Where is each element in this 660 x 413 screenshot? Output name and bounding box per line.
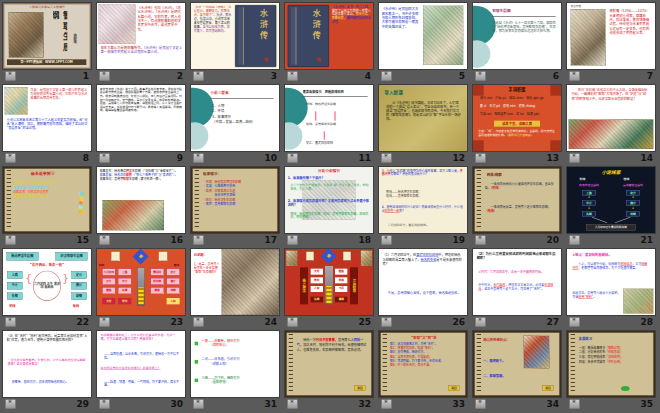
divider-line <box>303 96 368 97</box>
slide-thumbnail-9[interactable]: 本文节选自《水浒》第十六回。故事发生在北宋末年，梁中书为给岳父蔡京庆贺生辰，搜刮… <box>97 85 185 151</box>
shape-box: 松林 <box>335 277 347 283</box>
slide-thumbnail-19[interactable]: 3、小说以“生辰纲”的争夺为中心展开故事，双方斗智斗勇，矛盾冲突有哪些？矛盾的焦… <box>379 167 467 233</box>
slide-cell-14: 面对“生辰纲”这笔巨大的不义之财，各路英雄纷纷行动，一幕精彩的“智取”大戏开场了… <box>567 85 655 164</box>
text-block: 厮 sī 朴刀 pō 恁地 nèn 怨怅 chàng <box>480 104 554 111</box>
slide-transition-icon <box>381 399 392 409</box>
slide-thumbnail-17[interactable]: 故事情节：・开端：杨志受命押送生辰纲 ・发展：七雄贩枣巧扮商 ・高潮：白胜卖酒弄… <box>191 167 279 233</box>
slide-thumbnail-32[interactable]: 杨志一方内部矛盾重重，吴用等七人团结一气，加之天时、地利均不利于杨志，纵使他精明… <box>285 331 373 397</box>
text-block: 这说明吴用的计策天衣无缝吗？表现在哪里？ <box>101 367 182 379</box>
slide-cell-8: 作品：是我国文学史上第一部以农民起义为题材的优秀长篇小说，它的产生与水浒故事的长… <box>3 85 91 164</box>
slide-thumbnail-6[interactable]: 智取生辰纲节选自《水浒》七十一回本第十六回，原回目为“杨志押送金银担，吴用智取生… <box>473 3 561 69</box>
slide-transition-icon <box>99 317 110 327</box>
figure-image-right <box>361 250 372 266</box>
slide-thumbnail-13[interactable]: 字词积累趱行 zǎn 虞候 yú 嗔怪 chēn 尴尬 gān gà厮 sī 朴… <box>473 85 561 151</box>
slide-number: 30 <box>170 399 183 409</box>
slide-thumbnail-31[interactable]: 一稳——扮客商，稳住对方 （消除戒心）二诱——佯争酒，引诱对方 （诱敌上钩）三麻… <box>191 331 279 397</box>
slide-transition-icon <box>381 317 392 327</box>
text-block: 1、故事围绕哪个字展开？ <box>288 176 371 183</box>
slide-transition-icon <box>381 153 392 163</box>
slide-thumbnail-30[interactable]: 生辰纲最后被劫走了，为什么他们还要当面买酒、先饮一桶，再于半瓢酒上做文章呢？用意… <box>97 331 185 397</box>
slide-thumbnail-33[interactable]: “智取”之“智”处智1：选太阳最毒之时，巧用“天时”。 智2：择黄泥冈松林，暗藏… <box>379 331 467 397</box>
slide-cell-11: 理清故事情节 把握双线结构明线：杨志押送生辰纲暗线：吴用智取生辰纲交汇：黄泥冈松… <box>285 85 373 164</box>
slide-transition-icon <box>475 153 486 163</box>
shape-box: 地利 <box>311 277 323 283</box>
text-block: 杨志的性格特点： <box>483 338 524 347</box>
book-title: 水浒传 <box>258 9 270 62</box>
slide-canvas-28: ②地点：黄泥冈的松树林。 人少，可以放手行动；松林既可遮阳歇凉，又可隐蔽埋伏；老… <box>567 249 655 315</box>
text-block: ①时间：六月初四正午，正是一年中最热的时候。 <box>478 270 555 281</box>
slide-thumbnail-21[interactable]: 小说线索明线暗线杨志押送生辰纲吴用智取生辰纲上路↓中计↓失纲定计↓施计↓劫纲六月… <box>567 167 655 233</box>
slide-thumbnail-16[interactable]: 故事发生：杨志奉命押送生辰纲（“花石纲”与“金珠宝贝”）。 故事发展：杨志处处提… <box>97 167 185 233</box>
slide-cell-33: “智取”之“智”处智1：选太阳最毒之时，巧用“天时”。 智2：择黄泥冈松林，暗藏… <box>379 331 467 410</box>
slide-transition-icon <box>475 317 486 327</box>
slide-thumbnail-20[interactable]: 两条线索 一条线索是杨志小心谨慎地押送生辰纲，直至失陷。（明线） 一条线索是晁盖… <box>473 167 561 233</box>
slide-thumbnail-10[interactable]: 小说三要素1、人物 2、环境 3、故事情节 （开端—发展—高潮—结局） <box>191 85 279 151</box>
shape-box <box>195 360 199 364</box>
shape-box: 读准字音，读顺文意 <box>494 121 540 127</box>
shape-box: 上路 <box>118 269 131 276</box>
slide-transition-icon <box>5 235 16 245</box>
slide-thumbnail-11[interactable]: 理清故事情节 把握双线结构明线：杨志押送生辰纲暗线：吴用智取生辰纲交汇：黄泥冈松… <box>285 85 373 151</box>
slide-thumbnail-7[interactable]: 走近作者施耐庵（1296——1370）元末明初小说家，原籍苏州，后迁淮安，曾在钱… <box>567 3 655 69</box>
slide-thumbnail-35[interactable]: 拓展练习一组：概括故事情节「智取过程」 二组：分析杨志形象「性格悲剧」 三组：梳… <box>567 331 655 397</box>
text-block: 两条线索 <box>487 172 531 178</box>
star-shape: 智 <box>133 249 149 265</box>
slide-thumbnail-25[interactable]: 智杨志押送吴用智取天时地利人和酷热松林下药失纲得纲 <box>285 249 373 315</box>
slide-number: 5 <box>459 71 465 81</box>
slide-thumbnail-27[interactable]: （2）为什么吴用要安排这样的时间和地点来劫取生辰纲呢？①时间：六月初四正午，正是… <box>473 249 561 315</box>
text-block: 补充：“纲”，为运送大批货物而编的队；生辰纲，即为庆贺生辰而运送的成批礼物。（请… <box>478 129 555 149</box>
author-portrait-painting <box>571 9 606 66</box>
slide-caption-29: 29 <box>3 397 91 410</box>
slide-thumbnail-28[interactable]: ②地点：黄泥冈的松树林。 人少，可以放手行动；松林既可遮阳歇凉，又可隐蔽埋伏；老… <box>567 249 655 315</box>
slide-thumbnail-24[interactable]: 讨论题：1、晁盖、吴用等人是怎样一步步实施“智取”生辰纲的？ <box>191 249 279 315</box>
slide-transition-icon <box>569 235 580 245</box>
text-block: 一、精明能干。 <box>483 359 522 368</box>
slide-thumbnail-1[interactable]: 人教版九年级语文上册课件智取生辰纲施耐庵第一PPT模板网：WWW.1PPT.CO… <box>3 3 91 69</box>
slide-number: 31 <box>264 399 277 409</box>
slide-canvas-16: 故事发生：杨志奉命押送生辰纲（“花石纲”与“金珠宝贝”）。 故事发展：杨志处处提… <box>97 167 185 233</box>
slide-caption-9: 9 <box>97 151 185 164</box>
landscape-painting <box>623 289 653 314</box>
text-block: 兀自 wù 喏喏连声 nuò 忒 tuī 舀酒 yǎo <box>480 112 554 119</box>
shape-box: 劫纲 <box>626 211 640 216</box>
slide-canvas-31: 一稳——扮客商，稳住对方 （消除戒心）二诱——佯争酒，引诱对方 （诱敌上钩）三麻… <box>191 331 279 397</box>
shape-box: 施计 <box>72 282 87 289</box>
divider-line <box>492 16 555 17</box>
slide-thumbnail-15[interactable]: 基本故事情节故事发生：杨志奉命押送生辰纲 故事发展：七雄贩枣黄泥冈 故事高潮：白… <box>3 167 91 233</box>
shape-box: 下药 <box>335 286 347 292</box>
divider-line <box>210 98 273 99</box>
text-block: 暗线：吴用智取生辰纲 <box>306 123 368 130</box>
text-block: 智1：选太阳最毒之时，巧用“天时”。 智2：择黄泥冈松林，暗藏“地利”。 智3：… <box>390 342 463 383</box>
slide-thumbnail-23[interactable]: 明线暗线智六月初四正午酷热上路中计失纲黄泥冈松树林僻静定计施计劫纲天时地利人和 <box>97 249 185 315</box>
slide-thumbnail-12[interactable]: 导入新课 从《水浒传》成书算起，已近700年了，人们常说的一个成语“逼上梁山”，… <box>379 85 467 151</box>
text-block: 一组：概括故事情节「智取过程」 二组：分析杨志形象「性格悲剧」 三组：梳理明暗线… <box>579 345 650 384</box>
text-block: ——舀酒、饶酒、夺瓢，一气呵成，巧下蒙汗药，滴水不漏。 <box>104 380 181 396</box>
text-block: 为了不使行文平铺直叙，作者在“智”字上下足了功夫，明暗结合，引人入胜。 <box>290 183 369 197</box>
shape-box <box>195 342 199 346</box>
slide-caption-10: 10 <box>191 151 279 164</box>
slide-cell-4: 水浒传《水浒传》全书一百二十回，描写了以宋江为首的一百零八位好汉聚义梁山，替天行… <box>285 3 373 82</box>
slide-thumbnail-34[interactable]: 杨志的性格特点：一、精明能干。二、粗暴蛮横。返回 <box>473 331 561 397</box>
slide-thumbnail-4[interactable]: 水浒传《水浒传》全书一百二十回，描写了以宋江为首的一百零八位好汉聚义梁山，替天行… <box>285 3 373 69</box>
slide-thumbnail-22[interactable]: 杨志押送生辰纲好汉智取生辰纲“花开两朵，各表一枝”六月初四 正午 黄泥冈 松树林… <box>3 249 91 315</box>
slide-caption-8: 8 <box>3 151 91 164</box>
slide-thumbnail-18[interactable]: 分析小说情节1、故事围绕哪个字展开？为了不使行文平铺直叙，作者在“智”字上下足了… <box>285 167 373 233</box>
text-block: 一条线索是晁盖、吴用等人定计智取生辰纲。（暗线） <box>485 205 554 228</box>
text-block: 字词积累 <box>499 87 534 94</box>
slide-thumbnail-14[interactable]: 面对“生辰纲”这笔巨大的不义之财，各路英雄纷纷行动，一幕精彩的“智取”大戏开场了… <box>567 85 655 151</box>
slide-thumbnail-8[interactable]: 作品：是我国文学史上第一部以农民起义为题材的优秀长篇小说，它的产生与水浒故事的长… <box>3 85 91 151</box>
slide-thumbnail-26[interactable]: （1）六月初四正午，在黄泥冈的松树林中，押送的杨志与劫纲的晁盖等人撞上了，杨志的… <box>379 249 467 315</box>
slide-canvas-11: 理清故事情节 把握双线结构明线：杨志押送生辰纲暗线：吴用智取生辰纲交汇：黄泥冈松… <box>285 85 373 151</box>
text-block: （2）为什么吴用要安排这样的时间和地点来劫取生辰纲呢？ <box>477 252 558 268</box>
slide-number: 29 <box>76 399 89 409</box>
slide-thumbnail-5[interactable]: 《水浒传》是我国四大古典名著之一，书中许多情节和人物形象妇孺皆知，大家可能早就盼… <box>379 3 467 69</box>
slide-cell-3: “水浒”一词出自《诗经》“古公亶父，来朝走马，率西水浒，至于岐下”。水浒，即水边… <box>191 3 279 82</box>
slide-canvas-1: 人教版九年级语文上册课件智取生辰纲施耐庵第一PPT模板网：WWW.1PPT.CO… <box>3 3 91 69</box>
slide-canvas-13: 字词积累趱行 zǎn 虞候 yú 嗔怪 chēn 尴尬 gān gà厮 sī 朴… <box>473 85 561 151</box>
text-block: 明线——杨志押送生辰纲； 暗线——吴用智取生辰纲。 <box>386 190 462 203</box>
slide-thumbnail-2[interactable]: 《水浒传》也叫《水浒》、《忠义水浒传》。《水浒传》是明代长篇小说，它的作者，明人… <box>97 3 185 69</box>
slide-canvas-29: （3）在“天时” “地利”起作用后，晁盖等又是如何发挥“人和”优势，通力合作，使… <box>3 331 91 397</box>
slide-number: 14 <box>640 153 653 163</box>
slide-thumbnail-3[interactable]: “水浒”一词出自《诗经》“古公亶父，来朝走马，率西水浒，至于岐下”。水浒，即水边… <box>191 3 279 69</box>
slide-thumbnail-29[interactable]: （3）在“天时” “地利”起作用后，晁盖等又是如何发挥“人和”优势，通力合作，使… <box>3 331 91 397</box>
